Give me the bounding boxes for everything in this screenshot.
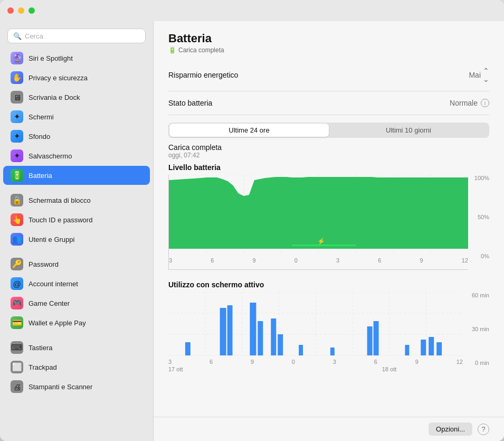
risparmio-select-value: Mai (469, 71, 481, 79)
stato-label: Stato batteria (168, 99, 212, 107)
sidebar-item-trackpad[interactable]: ⬜Trackpad (3, 358, 150, 377)
ux-label-6: 9 (415, 359, 419, 365)
privacy-icon: ✋ (11, 71, 23, 84)
sidebar-item-password[interactable]: 🔑Password (3, 255, 150, 274)
sidebar-item-label-lock: Schermata di blocco (28, 196, 91, 204)
ux-label-1: 6 (210, 359, 213, 365)
battery-chart-container: ⚡ 3 6 9 0 3 6 9 12 (168, 175, 489, 270)
sidebar-item-siri[interactable]: 🔮Siri e Spotlight (3, 49, 150, 68)
wallpaper-icon: ✦ (11, 130, 23, 143)
sidebar-item-gamecenter[interactable]: 🎮Game Center (3, 294, 150, 313)
usage-chart-title: Utilizzo con schermo attivo (168, 280, 489, 289)
users-icon: 👥 (11, 233, 23, 246)
tab-10d[interactable]: Ultimi 10 giorni (329, 124, 488, 137)
svg-rect-25 (220, 308, 226, 355)
sidebar-item-label-users: Utenti e Gruppi (28, 236, 74, 243)
sidebar-item-privacy[interactable]: ✋Privacy e sicurezza (3, 68, 150, 87)
sidebar-item-label-siri: Siri e Spotlight (28, 54, 73, 62)
x-label-2: 9 (253, 257, 256, 264)
account-icon: @ (11, 277, 23, 290)
svg-rect-38 (436, 342, 442, 355)
sidebar-item-lock[interactable]: 🔒Schermata di blocco (3, 191, 150, 210)
sidebar-item-display[interactable]: ✦Schermi (3, 107, 150, 126)
x-label-0: 3 (169, 257, 172, 264)
sidebar-item-keyboard[interactable]: ⌨Tastiera (3, 338, 150, 357)
svg-rect-29 (271, 318, 276, 355)
trackpad-icon: ⬜ (11, 361, 23, 373)
sidebar-item-screensaver[interactable]: ✦Salvaschermo (3, 146, 150, 165)
svg-rect-27 (250, 303, 256, 355)
uy-label-0: 0 min (475, 360, 489, 366)
minimize-button[interactable] (18, 7, 24, 14)
charge-time: oggi, 07:42 (168, 152, 489, 159)
usage-y-labels: 60 min 30 min 0 min (463, 292, 489, 377)
x-label-1: 6 (211, 257, 214, 264)
chevron-up-down-icon: ⌃⌄ (483, 67, 489, 83)
maximize-button[interactable] (28, 7, 35, 14)
svg-rect-33 (367, 326, 373, 355)
page-title: Batteria (168, 32, 489, 45)
ux-label-7: 12 (457, 359, 463, 365)
sidebar-item-wallet[interactable]: 💳Wallet e Apple Pay (3, 313, 150, 332)
risparmio-value[interactable]: Mai ⌃⌄ (469, 67, 489, 83)
date-labels: 17 ott 18 ott (168, 366, 463, 372)
sidebar-item-battery[interactable]: 🔋Batteria (3, 166, 150, 185)
battery-icon: 🔋 (11, 169, 23, 182)
usage-chart-container: 3 6 9 0 3 6 9 12 17 ott (168, 292, 489, 377)
search-icon: 🔍 (13, 32, 22, 40)
date-label-right: 18 ott (316, 366, 463, 372)
svg-rect-24 (185, 342, 191, 355)
sidebar-item-label-account: Account internet (28, 280, 78, 288)
screensaver-icon: ✦ (11, 149, 23, 162)
sidebar-item-wallpaper[interactable]: ✦Sfondo (3, 127, 150, 146)
sidebar-item-account[interactable]: @Account internet (3, 274, 150, 293)
options-button[interactable]: Opzioni... (429, 423, 472, 436)
battery-chart-section: Livello batteria (168, 163, 489, 270)
battery-y-labels: 100% 50% 0% (468, 175, 489, 270)
battery-icon: 🔋 (168, 46, 176, 54)
uy-label-60: 60 min (472, 292, 489, 298)
info-icon[interactable]: i (481, 99, 489, 107)
sidebar-item-label-password: Password (28, 260, 59, 268)
sidebar-item-users[interactable]: 👥Utenti e Gruppi (3, 230, 150, 249)
close-button[interactable] (7, 7, 14, 14)
titlebar (0, 0, 504, 21)
x-label-6: 9 (420, 257, 423, 264)
svg-rect-34 (374, 321, 379, 355)
sidebar-item-touchid[interactable]: 👆Touch ID e password (3, 210, 150, 229)
x-label-5: 6 (378, 257, 381, 264)
charge-title: Carica completa (168, 143, 489, 152)
ux-label-3: 0 (292, 359, 295, 365)
tab-24h[interactable]: Ultime 24 ore (169, 124, 329, 137)
usage-chart-section: Utilizzo con schermo attivo (168, 280, 489, 377)
ux-label-2: 9 (251, 359, 254, 365)
sidebar-item-desk[interactable]: 🖥Scrivania e Dock (3, 88, 150, 107)
search-bar[interactable]: 🔍 Cerca (7, 29, 146, 43)
sidebar-item-label-printer: Stampanti e Scanner (28, 383, 92, 391)
stato-text: Normale (450, 99, 478, 107)
svg-rect-28 (258, 321, 263, 355)
sidebar-item-label-wallet: Wallet e Apple Pay (28, 319, 86, 327)
x-label-3: 0 (294, 257, 298, 264)
svg-text:⚡: ⚡ (317, 237, 326, 245)
help-button[interactable]: ? (478, 424, 489, 435)
sidebar-item-label-touchid: Touch ID e password (28, 216, 92, 224)
usage-chart-area: 3 6 9 0 3 6 9 12 17 ott (168, 292, 463, 377)
tab-selector: Ultime 24 ore Ultimi 10 giorni (168, 123, 489, 138)
y-label-100: 100% (474, 175, 489, 181)
risparmio-energetico-row: Risparmio energetico Mai ⌃⌄ (168, 59, 489, 91)
main-footer: Opzioni... ? (154, 417, 504, 441)
y-label-50: 50% (478, 214, 489, 220)
printer-icon: 🖨 (11, 380, 23, 393)
sidebar-item-label-trackpad: Trackpad (28, 363, 57, 371)
usage-x-labels: 3 6 9 0 3 6 9 12 (168, 358, 463, 365)
usage-svg (168, 292, 463, 355)
battery-chart-title: Livello batteria (168, 163, 489, 172)
ux-label-0: 3 (168, 359, 172, 365)
desk-icon: 🖥 (11, 91, 23, 104)
touchid-icon: 👆 (11, 213, 23, 226)
battery-x-labels: 3 6 9 0 3 6 9 12 (169, 256, 468, 264)
siri-icon: 🔮 (11, 52, 23, 64)
sidebar-separator (0, 333, 153, 338)
sidebar-item-printer[interactable]: 🖨Stampanti e Scanner (3, 377, 150, 396)
